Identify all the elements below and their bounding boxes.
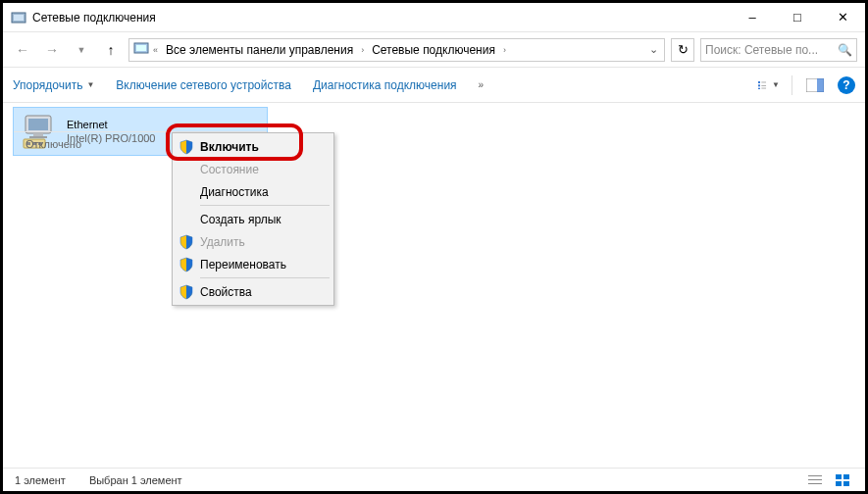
shield-icon [179, 139, 194, 155]
organize-menu[interactable]: Упорядочить ▼ [13, 78, 94, 92]
shield-icon [179, 234, 194, 250]
svg-rect-20 [808, 475, 822, 476]
search-input[interactable]: Поиск: Сетевые по... 🔍 [700, 38, 857, 62]
svg-rect-7 [761, 81, 766, 82]
details-view-button[interactable] [804, 472, 826, 488]
ctx-enable[interactable]: Включить [175, 135, 332, 158]
connection-details: Ethernet Отключено Intel(R) PRO/1000 [67, 118, 155, 145]
svg-rect-24 [843, 474, 849, 479]
svg-rect-22 [808, 483, 822, 484]
app-icon [11, 10, 26, 25]
svg-rect-23 [836, 474, 842, 479]
recent-button[interactable]: ▼ [70, 38, 93, 62]
window-title: Сетевые подключения [32, 11, 730, 25]
selection-count: Выбран 1 элемент [89, 474, 182, 486]
connection-name: Ethernet [67, 118, 155, 131]
chevron-icon[interactable]: › [501, 45, 508, 55]
maximize-button[interactable]: □ [775, 3, 820, 31]
connection-status: Отключено [67, 131, 155, 145]
status-bar: 1 элемент Выбран 1 элемент [3, 468, 865, 491]
history-dropdown[interactable]: ⌄ [647, 43, 660, 56]
breadcrumb-seg-2[interactable]: Сетевые подключения [368, 43, 499, 57]
up-button[interactable]: ↑ [99, 38, 123, 62]
address-bar: ← → ▼ ↑ « Все элементы панели управления… [3, 32, 865, 68]
svg-rect-21 [808, 479, 822, 480]
content-area[interactable]: Ethernet Отключено Intel(R) PRO/1000 Вкл… [3, 103, 865, 471]
preview-pane-button[interactable] [804, 76, 826, 94]
svg-rect-1 [14, 15, 24, 21]
svg-rect-4 [758, 80, 760, 82]
titlebar: Сетевые подключения – □ ✕ [3, 3, 865, 32]
overflow-button[interactable]: » [479, 79, 485, 90]
address-box[interactable]: « Все элементы панели управления › Сетев… [128, 38, 665, 62]
search-icon[interactable]: 🔍 [838, 43, 852, 57]
svg-rect-11 [817, 78, 824, 92]
breadcrumb-seg-1[interactable]: Все элементы панели управления [162, 43, 357, 57]
separator [791, 75, 792, 95]
shield-icon [179, 284, 194, 300]
ctx-diagnose[interactable]: Диагностика [175, 180, 332, 203]
ctx-properties[interactable]: Свойства [175, 280, 332, 303]
enable-device-button[interactable]: Включение сетевого устройства [116, 78, 291, 92]
svg-rect-8 [761, 85, 766, 86]
svg-rect-9 [761, 87, 766, 88]
svg-rect-26 [843, 481, 849, 486]
chevron-icon[interactable]: « [151, 45, 160, 55]
dropdown-icon: ▼ [86, 80, 94, 89]
svg-rect-25 [836, 481, 842, 486]
shield-icon [179, 257, 194, 272]
help-button[interactable]: ? [838, 76, 855, 94]
diagnose-button[interactable]: Диагностика подключения [313, 78, 457, 92]
ctx-create-shortcut[interactable]: Создать ярлык [175, 208, 332, 230]
close-button[interactable]: ✕ [820, 3, 865, 31]
view-options-button[interactable]: ▼ [758, 76, 780, 94]
large-icons-view-button[interactable] [832, 472, 853, 488]
svg-rect-6 [758, 87, 760, 88]
ctx-rename[interactable]: Переименовать [175, 253, 332, 275]
ctx-delete: Удалить [175, 230, 332, 253]
svg-rect-5 [758, 84, 760, 86]
context-menu: Включить Состояние Диагностика Создать я… [172, 132, 334, 306]
forward-button: → [40, 38, 64, 62]
search-placeholder: Поиск: Сетевые по... [705, 43, 834, 57]
chevron-icon[interactable]: › [359, 45, 366, 55]
refresh-button[interactable]: ↻ [671, 38, 694, 62]
ctx-status: Состояние [175, 158, 332, 180]
item-count: 1 элемент [15, 474, 66, 486]
separator [200, 205, 330, 206]
svg-rect-3 [136, 45, 146, 51]
toolbar: Упорядочить ▼ Включение сетевого устройс… [3, 68, 865, 103]
minimize-button[interactable]: – [730, 3, 775, 31]
back-button[interactable]: ← [11, 38, 34, 62]
svg-rect-13 [28, 119, 48, 130]
control-panel-icon [133, 40, 149, 59]
separator [200, 277, 330, 278]
